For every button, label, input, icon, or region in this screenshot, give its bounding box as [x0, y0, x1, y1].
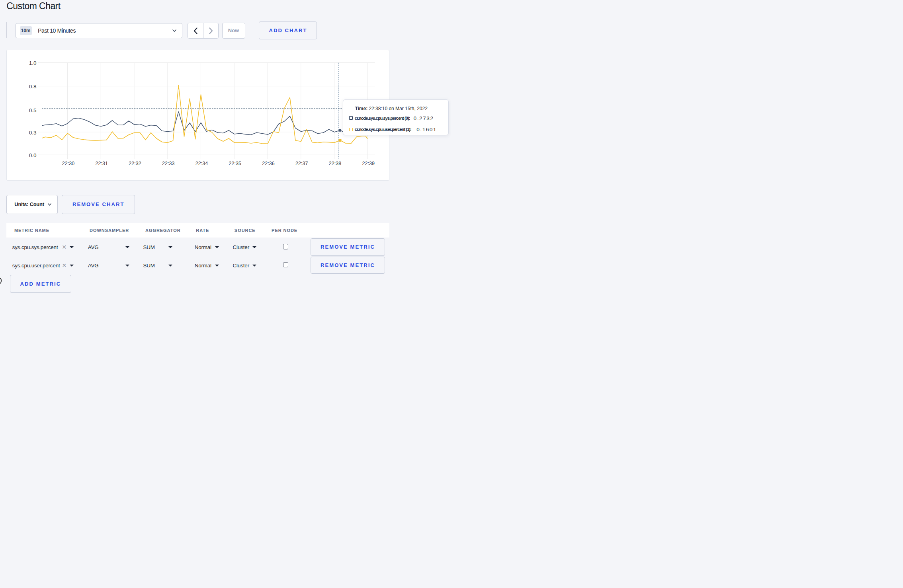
svg-text:0.5: 0.5 [29, 107, 37, 113]
svg-text:22:36: 22:36 [262, 161, 274, 166]
svg-text:22:31: 22:31 [96, 161, 108, 166]
svg-text:22:38: 22:38 [329, 161, 341, 166]
svg-text:1.0: 1.0 [29, 60, 37, 66]
svg-text:22:33: 22:33 [162, 161, 174, 166]
svg-text:22:30: 22:30 [62, 161, 74, 166]
svg-text:22:35: 22:35 [229, 161, 241, 166]
svg-text:0.8: 0.8 [29, 84, 37, 90]
svg-text:0.3: 0.3 [29, 130, 37, 136]
svg-text:22:37: 22:37 [295, 161, 308, 166]
svg-text:22:32: 22:32 [129, 161, 141, 166]
svg-text:22:39: 22:39 [362, 161, 375, 166]
svg-text:0.0: 0.0 [29, 152, 37, 158]
svg-text:22:34: 22:34 [195, 161, 208, 166]
